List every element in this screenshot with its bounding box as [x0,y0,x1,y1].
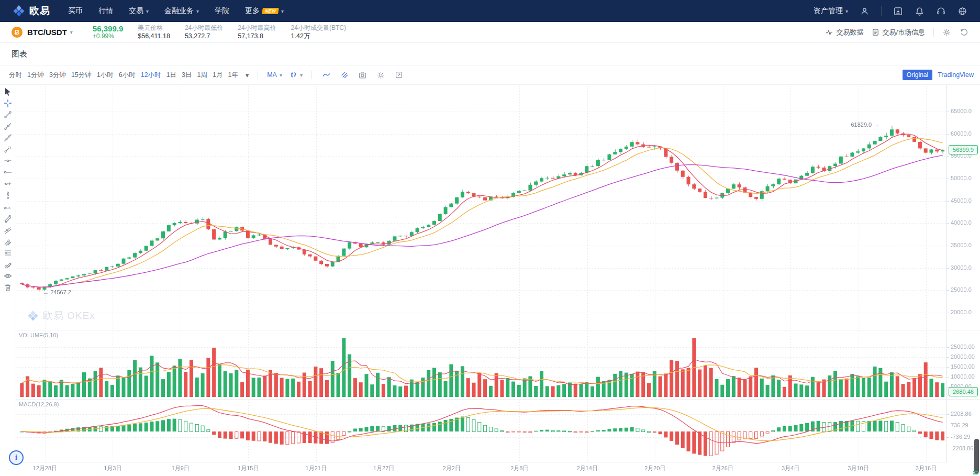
btc-coin-icon: Ƀ [12,27,23,38]
settings-gear-icon[interactable] [942,28,951,37]
macd-axis-label: 2208.86 [951,411,979,417]
trade-data-link[interactable]: 交易数据 [825,28,863,37]
top-navbar: 欧易 买币行情交易▾金融业务▾学院更多NEW▾ 资产管理 ▾ [0,0,980,22]
chevron-down-icon: ▾ [146,8,149,14]
pulse-icon [825,28,833,37]
timeframe-button[interactable]: 1年 [225,69,240,81]
extended-line-icon[interactable] [2,133,14,142]
timeframe-button[interactable]: 分时 [6,69,25,81]
notifications-bell-icon[interactable] [915,6,925,16]
chevron-down-icon: ▾ [70,29,73,35]
fullscreen-button[interactable] [391,71,407,79]
cursor-icon[interactable] [2,87,14,96]
drawing-tool[interactable] [337,71,352,79]
price-axis-label: 25000.0 [951,286,979,293]
parallel-channel-icon[interactable] [2,214,14,223]
crosshair-icon[interactable] [2,98,14,108]
trash-icon[interactable] [2,283,14,292]
price-axis-label: 60000.0 [951,130,979,137]
undo-icon[interactable] [960,28,968,37]
timeframe-more-caret[interactable]: ▾ [243,70,251,81]
volume-axis-label: 15000.00 [951,363,979,370]
download-app-icon[interactable] [893,6,903,16]
eye-icon[interactable] [2,271,14,281]
chevron-down-icon: ▾ [280,72,282,78]
last-price: 56,399.9 [93,24,123,33]
timeframe-button[interactable]: 12小时 [138,69,164,81]
nav-item-more[interactable]: 更多NEW▾ [245,6,284,16]
timeframe-button[interactable]: 1月 [210,69,225,81]
candle-style-dropdown[interactable]: ▾ [287,71,305,79]
trend-line-icon[interactable] [2,110,14,119]
low-24h-label: 24小时最低价 [185,24,223,32]
timeframe-button[interactable]: 1周 [195,69,210,81]
chart-area: 65000.060000.055000.050000.045000.040000… [0,85,980,476]
low-price-annotation: ← 24567.2 [43,289,71,295]
volume-24h-col: 24小时成交量(BTC) 1.42万 [291,24,346,41]
high-24h-label: 24小时最高价 [238,24,276,32]
nav-item-trade[interactable]: 交易▾ [129,6,149,16]
ray-line-icon[interactable] [2,121,14,131]
user-icon[interactable] [860,6,870,16]
date-axis-label: 2月8日 [500,464,538,472]
vertical-dots-icon[interactable] [2,191,14,200]
candlestick-chart-canvas[interactable] [16,85,948,476]
chart-settings[interactable] [373,71,389,80]
nav-item-finance[interactable]: 金融业务▾ [164,6,199,16]
fibonacci-icon[interactable] [2,248,14,258]
chevron-down-icon: ▾ [281,8,284,14]
nav-item-buy-crypto[interactable]: 买币 [68,6,83,16]
nav-item-academy[interactable]: 学院 [215,6,229,16]
price-line-icon[interactable] [2,179,14,189]
brand-name: 欧易 [29,4,50,18]
market-info-label: 交易/市场信息 [882,28,925,37]
regression-channel-icon[interactable] [2,225,14,235]
price-axis-label: 40000.0 [951,219,979,226]
timeframe-button[interactable]: 1小时 [94,69,116,81]
screenshot-tool[interactable] [354,71,371,80]
horizontal-line-icon[interactable] [2,156,14,165]
market-info-link[interactable]: 交易/市场信息 [872,28,925,37]
timeframe-button[interactable]: 1分钟 [25,69,47,81]
nav-item-markets[interactable]: 行情 [98,6,113,16]
timeframe-button[interactable]: 3分钟 [47,69,69,81]
support-headset-icon[interactable] [936,6,946,16]
tradingview-chart-button[interactable]: TradingView [938,71,974,79]
timeframe-group: 分时1分钟3分钟15分钟1小时6小时12小时1日3日1周1月1年 [6,69,241,81]
ma-indicator-dropdown[interactable]: MA ▾ [264,71,285,79]
scrollbar-thumb[interactable] [974,439,979,473]
date-axis-label: 12月28日 [26,464,64,472]
document-icon [872,28,879,36]
measure-icon[interactable] [2,202,14,212]
camera-icon [358,71,367,80]
high-price-annotation: 61829.0 → [851,121,879,128]
divider [258,71,258,79]
pitchfork-icon[interactable] [2,237,14,246]
timeframe-button[interactable]: 6小时 [116,69,138,81]
line-chart-tool[interactable] [318,71,335,80]
nav-item-assets[interactable]: 资产管理 ▾ [814,6,848,16]
price-axis-label: 65000.0 [951,108,979,114]
volume-axis-label: 20000.00 [951,353,979,360]
arrow-line-icon[interactable] [2,145,14,154]
okex-logo[interactable]: 欧易 [13,4,50,18]
watermark-text: 欧易 OKEx [43,309,95,323]
info-button[interactable]: i [9,450,24,465]
date-axis-label: 1月9日 [162,464,199,472]
horizontal-ray-icon[interactable] [2,168,14,177]
original-chart-button[interactable]: Original [903,70,932,80]
date-axis-label: 1月21日 [297,464,335,472]
timeframe-button[interactable]: 3日 [179,69,194,81]
price-axis-label: 20000.0 [951,309,979,315]
brush-icon[interactable] [2,260,14,269]
timeframe-button[interactable]: 1日 [164,69,179,81]
price-axis-label: 35000.0 [951,242,979,248]
pair-selector[interactable]: BTC/USDT ▾ [27,28,73,37]
new-badge: NEW [262,8,279,14]
volume-24h-label: 24小时成交量(BTC) [291,24,346,32]
chevron-down-icon: ▾ [196,8,199,14]
date-axis-label: 1月15日 [229,464,267,472]
language-globe-icon[interactable] [957,6,967,16]
timeframe-button[interactable]: 15分钟 [69,69,94,81]
date-axis-label: 2月2日 [433,464,471,472]
